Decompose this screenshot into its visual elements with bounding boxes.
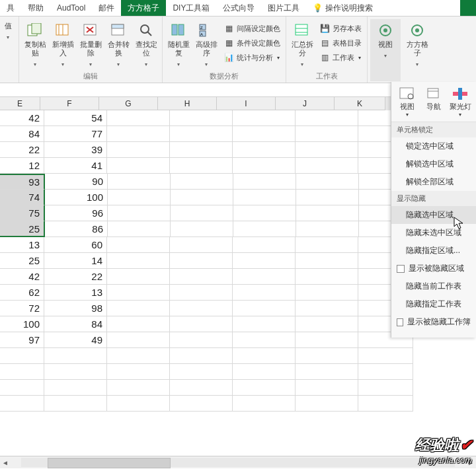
cell[interactable] [170,348,233,364]
cell[interactable] [108,221,171,237]
cell[interactable] [296,237,358,253]
cell[interactable] [107,110,170,126]
scroll-thumb[interactable] [48,458,171,468]
unlock-selected[interactable]: 解锁选中区域 [391,155,476,173]
cell[interactable] [107,158,170,174]
panel-view-button[interactable]: 视图▾ [394,86,420,118]
horizontal-scrollbar[interactable]: ◄ ► [0,456,476,468]
cell[interactable] [358,396,413,412]
cell[interactable] [171,221,233,237]
cell[interactable] [108,174,171,190]
cell[interactable]: 100 [0,316,44,332]
scroll-left-icon[interactable]: ◄ [0,459,11,466]
panel-nav-button[interactable]: 导航 [420,86,447,118]
cell[interactable]: 39 [44,142,107,158]
summary-split-button[interactable]: 汇总拆分 [289,19,315,71]
cell[interactable] [170,396,233,412]
panel-item[interactable]: 隐藏指定区域... [391,242,476,260]
merge-convert-button[interactable]: 合并转换 [105,19,132,71]
cell[interactable] [107,237,170,253]
cell[interactable] [170,301,233,316]
cell[interactable] [296,348,358,364]
cell[interactable] [0,380,44,396]
cell[interactable] [170,237,233,253]
cell[interactable]: 86 [45,221,108,237]
cell[interactable] [107,142,170,158]
cell[interactable] [233,142,296,158]
cell[interactable] [107,126,170,142]
cell[interactable] [0,396,44,412]
stats-button[interactable]: 📊统计与分析▾ [221,51,283,64]
cell[interactable] [233,301,296,316]
cell[interactable] [233,110,296,126]
cell[interactable] [358,380,413,396]
insert-button[interactable]: 新增插入 [50,19,76,71]
sheet-toc-button[interactable]: ▤表格目录 [317,36,364,50]
cell[interactable]: 42 [0,110,44,126]
delete-button[interactable]: 批量删除 [77,19,104,71]
cell[interactable] [233,253,296,269]
cell[interactable]: 93 [0,174,45,190]
tab-pic[interactable]: 图片工具 [261,0,306,16]
cell[interactable] [296,380,358,396]
cell[interactable]: 13 [44,285,107,301]
cell[interactable]: 100 [45,190,108,205]
value-button[interactable]: 值 [0,19,16,81]
cell[interactable]: 96 [45,205,108,221]
cell[interactable] [107,285,170,301]
cell[interactable] [233,158,296,174]
cell[interactable] [233,126,296,142]
cell[interactable]: 75 [0,205,45,221]
panel-item[interactable]: 隐藏选中区域 [391,206,476,224]
view-button[interactable]: 视图 [370,19,401,81]
col-header-G[interactable]: G [99,97,158,110]
cell[interactable]: 97 [0,332,44,348]
cell[interactable] [233,205,296,221]
advanced-sort-button[interactable]: ZA 高级排序 [193,19,219,71]
cell[interactable] [107,332,170,348]
cell[interactable] [296,205,359,221]
cell[interactable]: 60 [44,237,107,253]
cell[interactable] [296,158,358,174]
cell[interactable] [296,142,358,158]
cell[interactable]: 49 [44,332,107,348]
cell[interactable] [44,364,107,380]
cell[interactable] [170,285,233,301]
cell[interactable] [233,332,296,348]
cell[interactable] [44,380,107,396]
cell[interactable]: 14 [44,253,107,269]
cell[interactable] [296,190,359,205]
cell[interactable] [296,221,359,237]
tab-help[interactable]: 帮助 [21,0,50,16]
cell[interactable] [296,253,358,269]
cell[interactable] [358,364,413,380]
find-locate-button[interactable]: 查找定位 [133,19,159,71]
save-sheet-button[interactable]: 💾另存本表 [317,22,364,35]
cell[interactable]: 74 [0,190,45,205]
cell[interactable] [233,221,296,237]
tab-0[interactable]: 具 [0,0,21,16]
cell[interactable] [296,301,358,316]
cell[interactable] [233,348,296,364]
cell[interactable]: 25 [0,253,44,269]
cell[interactable] [296,269,358,285]
cell[interactable] [171,174,233,190]
cell[interactable] [170,269,233,285]
cell[interactable] [170,380,233,396]
cell[interactable]: 22 [44,269,107,285]
cell[interactable] [296,110,358,126]
cell[interactable] [233,190,296,205]
cell[interactable]: 22 [0,142,44,158]
tab-diy[interactable]: DIY工具箱 [166,0,216,16]
worksheet-button[interactable]: ▥工作表▾ [317,51,364,64]
copy-paste-button[interactable]: 复制粘贴 [22,19,48,71]
cell[interactable] [233,396,296,412]
cell[interactable] [170,126,233,142]
cell[interactable] [296,396,358,412]
cell[interactable] [108,190,171,205]
col-header-K[interactable]: K [335,97,385,110]
panel-item[interactable]: 隐藏指定工作表 [391,295,476,313]
cell[interactable] [170,316,233,332]
col-header-H[interactable]: H [158,97,217,110]
cell[interactable]: 42 [0,269,44,285]
